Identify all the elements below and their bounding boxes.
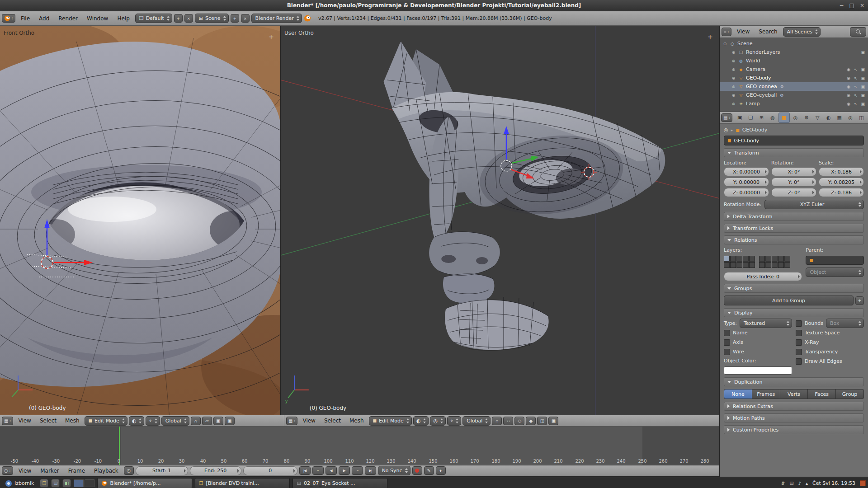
- timeline-playback-menu[interactable]: Playback: [90, 468, 122, 474]
- opengl-render-button[interactable]: ▣: [548, 417, 558, 425]
- selectable-cursor-icon[interactable]: ↖: [854, 93, 858, 98]
- transform-locks-panel-header[interactable]: Transform Locks: [724, 224, 864, 233]
- renderable-icon[interactable]: ▣: [861, 84, 865, 89]
- notifications-tray-icon[interactable]: ▴: [806, 481, 808, 486]
- renderable-icon[interactable]: ▣: [861, 102, 865, 106]
- outliner-item-geo-eyeball[interactable]: ⊕ ▽ GEO-eyeball ⚙ ◉↖▣: [720, 91, 868, 99]
- outliner-search-menu[interactable]: Search: [755, 28, 781, 35]
- groups-panel-header[interactable]: Groups: [724, 284, 864, 293]
- motion-paths-panel-header[interactable]: Motion Paths: [724, 413, 864, 422]
- viewport-shading-dropdown[interactable]: ◐: [413, 416, 429, 426]
- viewport-user-canvas[interactable]: y User Ortho (0) GEO-body +: [281, 26, 719, 415]
- pin-icon[interactable]: ◎: [724, 127, 728, 133]
- rotation-x-field[interactable]: X: 0°: [771, 167, 816, 176]
- orientation-dropdown[interactable]: Global: [462, 416, 491, 426]
- texture-tab-icon[interactable]: ▦: [834, 113, 844, 122]
- network-tray-icon[interactable]: ⇵: [781, 481, 785, 486]
- orientation-dropdown[interactable]: Global: [161, 416, 189, 426]
- display-panel-header[interactable]: Display: [724, 308, 864, 317]
- collapse-icon[interactable]: ⊖: [722, 42, 727, 46]
- select-menu[interactable]: Select: [36, 418, 60, 424]
- outliner-item-geo-connea[interactable]: ⊕ ▽ GEO-connea ⚙ ◉↖▣: [720, 82, 868, 91]
- editor-type-button[interactable]: ▦↕: [2, 417, 13, 425]
- start-frame-field[interactable]: Start: 1: [136, 466, 188, 475]
- sync-dropdown[interactable]: No Sync: [378, 466, 410, 475]
- opengl-render-anim-button[interactable]: ▣: [225, 417, 235, 425]
- auto-keyframe-record-button[interactable]: [412, 466, 422, 475]
- render-tab-icon[interactable]: ▣: [734, 113, 745, 122]
- transform-panel-header[interactable]: Transform: [724, 148, 864, 157]
- snap-magnet-toggle[interactable]: ∩: [492, 417, 502, 425]
- layer-toggle[interactable]: [778, 262, 784, 268]
- mode-dropdown[interactable]: ■Edit Mode: [85, 416, 127, 426]
- custom-properties-panel-header[interactable]: Custom Properties: [724, 425, 864, 434]
- prev-keyframe-button[interactable]: «: [312, 466, 324, 475]
- relations-extras-panel-header[interactable]: Relations Extras: [724, 402, 864, 411]
- layer-toggle[interactable]: [778, 256, 784, 262]
- outliner-view-menu[interactable]: View: [733, 28, 753, 35]
- layer-toggle[interactable]: [772, 262, 778, 268]
- info-editor-type-button[interactable]: ↕: [2, 14, 15, 23]
- workspace-2[interactable]: [85, 479, 94, 487]
- outliner-item-camera[interactable]: ⊕ ◆ Camera ◉↖▣: [720, 65, 868, 74]
- layer-toggle[interactable]: [730, 256, 736, 262]
- visibility-eye-icon[interactable]: ◉: [847, 76, 850, 80]
- scale-y-field[interactable]: Y: 0.08205: [819, 178, 864, 187]
- location-x-field[interactable]: X: 0.00000: [724, 167, 769, 176]
- constraints-tab-icon[interactable]: ◎: [790, 113, 801, 122]
- parent-type-dropdown[interactable]: Object: [806, 267, 864, 277]
- duplication-faces-button[interactable]: Faces: [808, 389, 836, 399]
- layer-toggle[interactable]: [736, 256, 742, 262]
- pivot-dropdown[interactable]: ⌖: [447, 416, 461, 426]
- scene-tab-icon[interactable]: ⊞: [756, 113, 767, 122]
- viewport-front-canvas[interactable]: Front Ortho (0) GEO-body +: [0, 26, 280, 415]
- file-manager-icon[interactable]: ❒: [40, 479, 48, 488]
- file-menu[interactable]: File: [17, 15, 33, 22]
- view-menu[interactable]: View: [299, 418, 319, 424]
- snap-magnet-toggle[interactable]: ∩: [191, 417, 201, 425]
- relations-panel-header[interactable]: Relations: [724, 235, 864, 244]
- layer-toggle[interactable]: [749, 262, 755, 268]
- layer-toggle[interactable]: [743, 256, 749, 262]
- draw-all-edges-checkbox[interactable]: [796, 358, 802, 365]
- jump-to-start-button[interactable]: |◀: [299, 466, 311, 475]
- applications-menu-button[interactable]: Izbornik: [2, 478, 37, 488]
- material-tab-icon[interactable]: ◐: [823, 113, 834, 122]
- duplication-frames-button[interactable]: Frames: [752, 389, 780, 399]
- selectable-cursor-icon[interactable]: ↖: [854, 84, 858, 89]
- renderable-icon[interactable]: ▣: [861, 93, 865, 98]
- view-properties-toggle-user[interactable]: +: [707, 33, 713, 41]
- keying-set-button[interactable]: ♦: [436, 466, 446, 475]
- render-layers-tab-icon[interactable]: ❏: [745, 113, 756, 122]
- visibility-eye-icon[interactable]: ◉: [847, 67, 850, 72]
- taskbar-window-blender[interactable]: Blender* [/home/p...: [97, 478, 192, 488]
- layer-toggle[interactable]: [772, 256, 778, 262]
- timeline-marker-menu[interactable]: Marker: [37, 468, 62, 474]
- duplication-verts-button[interactable]: Verts: [780, 389, 808, 399]
- scene-dropdown[interactable]: ⊞ Scene: [195, 14, 229, 23]
- expand-icon[interactable]: ⊕: [731, 102, 736, 106]
- tray-badge[interactable]: [860, 480, 866, 486]
- visibility-eye-icon[interactable]: ◉: [847, 84, 850, 89]
- proportional-edit-dropdown[interactable]: ◎: [430, 416, 446, 426]
- next-keyframe-button[interactable]: »: [352, 466, 363, 475]
- editor-type-button[interactable]: ▦↕: [286, 417, 297, 425]
- object-name-field[interactable]: ■ GEO-body: [724, 136, 864, 145]
- outliner-item-world[interactable]: ⊕ ◍ World: [720, 56, 868, 65]
- face-select-mode-button[interactable]: ◆: [526, 417, 536, 425]
- taskbar-window-filemanager[interactable]: ❒ [Blender DVD traini...: [195, 478, 290, 488]
- mesh-menu[interactable]: Mesh: [346, 418, 368, 424]
- renderable-icon[interactable]: ▣: [861, 67, 865, 72]
- modifiers-tab-icon[interactable]: ⚙: [801, 113, 811, 122]
- layer-toggle[interactable]: [784, 256, 790, 262]
- rotation-z-field[interactable]: Z: 0°: [771, 188, 816, 197]
- wire-checkbox[interactable]: [724, 349, 730, 355]
- texture-space-checkbox[interactable]: [796, 330, 802, 336]
- add-menu[interactable]: Add: [35, 15, 53, 22]
- layer-toggle[interactable]: [759, 256, 765, 262]
- layer-toggle[interactable]: [749, 256, 755, 262]
- object-data-tab-icon[interactable]: ▽: [812, 113, 823, 122]
- bounds-checkbox[interactable]: [796, 320, 802, 327]
- expand-icon[interactable]: ⊕: [731, 50, 736, 55]
- window-menu[interactable]: Window: [83, 15, 112, 22]
